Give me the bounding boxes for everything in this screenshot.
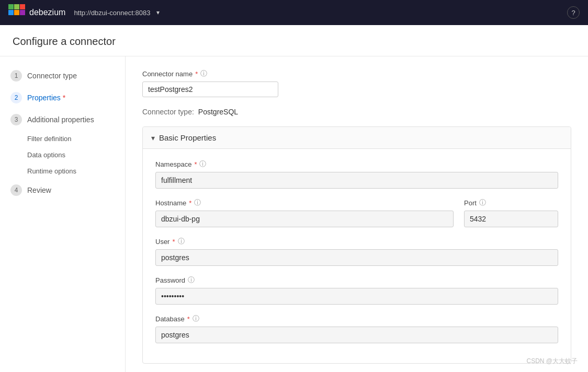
connector-name-label: Connector name * ⓘ	[142, 69, 571, 78]
sidebar-sub-data-options[interactable]: Data options	[0, 147, 125, 163]
page-title: Configure a connector	[13, 36, 575, 48]
logo-text: debezium	[29, 8, 65, 17]
user-label: User * ⓘ	[155, 237, 558, 246]
sidebar-item-connector-type[interactable]: 1 Connector type	[0, 65, 125, 87]
help-button[interactable]: ?	[567, 6, 580, 19]
database-input[interactable]	[155, 327, 558, 343]
sidebar-item-review[interactable]: 4 Review	[0, 179, 125, 201]
connector-type-value: PostgreSQL	[198, 108, 238, 116]
connector-name-group: Connector name * ⓘ	[142, 69, 571, 97]
topbar-dropdown-icon[interactable]: ▾	[156, 9, 160, 16]
sidebar-sub-runtime-options[interactable]: Runtime options	[0, 163, 125, 179]
main-layout: 1 Connector type 2 Properties * 3 Additi…	[0, 56, 588, 372]
sidebar-item-properties[interactable]: 2 Properties *	[0, 87, 125, 109]
namespace-input[interactable]	[155, 172, 558, 189]
logo: debezium	[8, 4, 65, 21]
connector-type-row: Connector type: PostgreSQL	[142, 108, 571, 116]
database-label: Database * ⓘ	[155, 314, 558, 323]
hostname-port-row: Hostname * ⓘ Port ⓘ	[155, 198, 558, 227]
namespace-label: Namespace * ⓘ	[155, 159, 558, 169]
topbar: debezium http://dbzui-connect:8083 ▾ ?	[0, 0, 588, 25]
port-label: Port ⓘ	[464, 198, 558, 207]
database-info-icon[interactable]: ⓘ	[193, 314, 199, 323]
port-info-icon[interactable]: ⓘ	[479, 198, 486, 207]
main-content: Connector name * ⓘ Connector type: Postg…	[126, 56, 588, 372]
basic-properties-section: ▾ Basic Properties Namespace * ⓘ	[142, 126, 571, 364]
namespace-info-icon[interactable]: ⓘ	[199, 159, 206, 169]
step-1-badge: 1	[10, 70, 22, 82]
step-2-badge: 2	[10, 92, 22, 103]
svg-rect-5	[20, 10, 25, 15]
port-col: Port ⓘ	[464, 198, 558, 227]
svg-rect-3	[8, 10, 14, 15]
namespace-field: Namespace * ⓘ	[155, 159, 558, 189]
connector-type-label: Connector type:	[142, 108, 194, 116]
user-input[interactable]	[155, 249, 558, 266]
connector-name-required: *	[195, 70, 198, 78]
port-input[interactable]	[464, 211, 558, 227]
password-label: Password ⓘ	[155, 275, 558, 285]
connector-name-input[interactable]	[142, 82, 278, 97]
svg-rect-2	[20, 4, 25, 9]
password-info-icon[interactable]: ⓘ	[188, 275, 195, 285]
sidebar-label-properties: Properties *	[27, 94, 65, 102]
svg-rect-0	[8, 4, 14, 9]
basic-properties-header[interactable]: ▾ Basic Properties	[143, 127, 571, 148]
basic-properties-body: Namespace * ⓘ Hostname * ⓘ	[143, 148, 571, 363]
database-field: Database * ⓘ	[155, 314, 558, 343]
connector-name-info-icon[interactable]: ⓘ	[200, 69, 207, 78]
sidebar-item-additional-properties[interactable]: 3 Additional properties	[0, 109, 125, 131]
sidebar-label-additional: Additional properties	[27, 115, 94, 124]
sidebar-label-connector-type: Connector type	[27, 72, 77, 80]
hostname-label: Hostname * ⓘ	[155, 198, 454, 207]
hostname-col: Hostname * ⓘ	[155, 198, 454, 227]
svg-rect-1	[14, 4, 19, 9]
sidebar-sub-filter-definition[interactable]: Filter definition	[0, 131, 125, 147]
user-info-icon[interactable]: ⓘ	[178, 237, 185, 246]
watermark: CSDN @大大蚊子	[526, 357, 578, 366]
page-header: Configure a connector	[0, 25, 588, 56]
hostname-input[interactable]	[155, 211, 454, 227]
user-field: User * ⓘ	[155, 237, 558, 266]
svg-rect-4	[14, 10, 19, 15]
sidebar-label-review: Review	[27, 186, 51, 194]
topbar-url: http://dbzui-connect:8083	[74, 9, 150, 17]
step-3-badge: 3	[10, 114, 22, 125]
password-field: Password ⓘ	[155, 275, 558, 305]
sidebar: 1 Connector type 2 Properties * 3 Additi…	[0, 56, 126, 372]
step-4-badge: 4	[10, 184, 22, 196]
basic-properties-chevron-icon: ▾	[151, 134, 155, 142]
basic-properties-title: Basic Properties	[159, 133, 216, 142]
hostname-info-icon[interactable]: ⓘ	[194, 198, 201, 207]
debezium-logo-icon	[8, 4, 25, 21]
password-input[interactable]	[155, 288, 558, 305]
